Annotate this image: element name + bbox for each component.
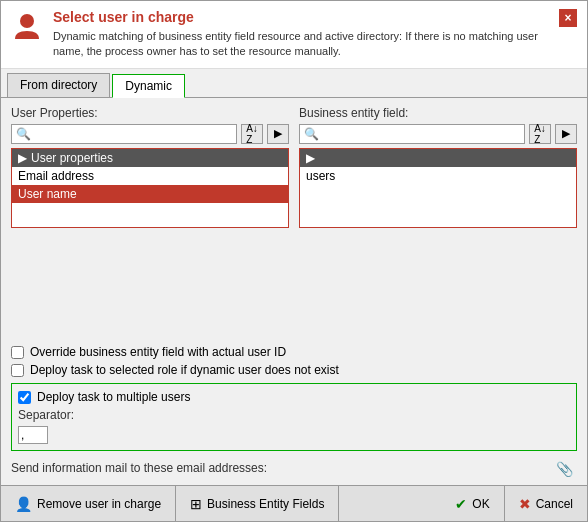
user-properties-panel: User Properties: 🔍 A↓Z ▶ ▶ User pro [11,106,289,228]
user-search-icon: 🔍 [16,127,31,141]
user-properties-list[interactable]: ▶ User properties Email address User nam… [11,148,289,228]
svg-point-0 [20,14,34,28]
ok-check-icon: ✔ [455,496,467,512]
override-label: Override business entity field with actu… [30,345,286,359]
list-item-users[interactable]: users [300,167,576,185]
deploy-role-checkbox-row: Deploy task to selected role if dynamic … [11,363,577,377]
main-content: User Properties: 🔍 A↓Z ▶ ▶ User pro [1,98,587,485]
business-sort-button[interactable]: A↓Z [529,124,551,144]
separator-input[interactable]: , [18,426,48,444]
title-content: Select user in charge Dynamic matching o… [53,9,549,60]
business-entity-panel: Business entity field: 🔍 A↓Z ▶ ▶ [299,106,577,228]
remove-user-label: Remove user in charge [37,497,161,511]
arrow-right-icon: ▶ [274,127,282,140]
business-fields-button[interactable]: ⊞ Business Entity Fields [176,486,339,521]
tab-from-directory[interactable]: From directory [7,73,110,97]
deploy-multiple-checkbox-row: Deploy task to multiple users [18,390,570,404]
deploy-role-checkbox[interactable] [11,364,24,377]
ok-label: OK [472,497,489,511]
separator-row: Separator: [18,408,570,422]
user-properties-header: ▶ User properties [12,149,288,167]
deploy-multiple-checkbox[interactable] [18,391,31,404]
dialog: Select user in charge Dynamic matching o… [0,0,588,522]
tabs-container: From directory Dynamic [1,69,587,98]
business-entity-list[interactable]: ▶ users [299,148,577,228]
list-item-email[interactable]: Email address [12,167,288,185]
business-fields-icon: ⊞ [190,496,202,512]
email-section-label: Send information mail to these email add… [11,461,267,475]
deploy-multiple-label: Deploy task to multiple users [37,390,190,404]
tab-dynamic[interactable]: Dynamic [112,74,185,98]
remove-user-button[interactable]: 👤 Remove user in charge [1,486,176,521]
user-search-row: 🔍 A↓Z ▶ [11,124,289,144]
dialog-title: Select user in charge [53,9,549,25]
user-properties-header-label: User properties [31,151,113,165]
deploy-multiple-box: Deploy task to multiple users Separator:… [11,383,577,451]
business-header-triangle: ▶ [306,151,315,165]
ok-button[interactable]: ✔ OK [441,486,504,521]
header-triangle: ▶ [18,151,27,165]
remove-user-icon: 👤 [15,496,32,512]
cancel-button[interactable]: ✖ Cancel [505,486,587,521]
middle-spacer [11,234,577,335]
business-search-row: 🔍 A↓Z ▶ [299,124,577,144]
dialog-description: Dynamic matching of business entity fiel… [53,29,549,60]
business-search-box[interactable]: 🔍 [299,124,525,144]
business-entity-header: ▶ [300,149,576,167]
title-bar: Select user in charge Dynamic matching o… [1,1,587,69]
user-properties-label: User Properties: [11,106,289,120]
user-arrow-button[interactable]: ▶ [267,124,289,144]
business-fields-label: Business Entity Fields [207,497,324,511]
separator-label: Separator: [18,408,74,422]
person-icon [11,11,43,43]
bottom-spacer [339,486,441,521]
sort-icon: A↓Z [246,123,258,145]
business-arrow-icon: ▶ [562,127,570,140]
cancel-x-icon: ✖ [519,496,531,512]
user-sort-button[interactable]: A↓Z [241,124,263,144]
close-button[interactable]: × [559,9,577,27]
deploy-role-label: Deploy task to selected role if dynamic … [30,363,339,377]
business-search-icon: 🔍 [304,127,319,141]
columns: User Properties: 🔍 A↓Z ▶ ▶ User pro [11,106,577,228]
cancel-label: Cancel [536,497,573,511]
email-attach-icon: 📎 [556,461,573,477]
checkboxes-section: Override business entity field with actu… [11,345,577,451]
override-checkbox[interactable] [11,346,24,359]
business-arrow-button[interactable]: ▶ [555,124,577,144]
email-section: Send information mail to these email add… [11,461,577,477]
override-checkbox-row: Override business entity field with actu… [11,345,577,359]
list-item-username[interactable]: User name [12,185,288,203]
bottom-bar: 👤 Remove user in charge ⊞ Business Entit… [1,485,587,521]
business-entity-label: Business entity field: [299,106,577,120]
user-search-box[interactable]: 🔍 [11,124,237,144]
business-sort-icon: A↓Z [534,123,546,145]
